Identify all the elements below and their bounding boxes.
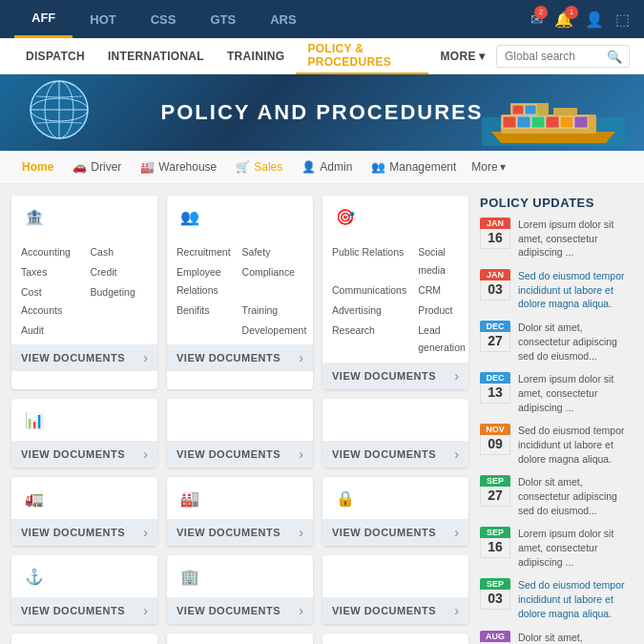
- marketing-arrow-icon: ›: [454, 368, 459, 384]
- mkt-link-advertising[interactable]: Advertising: [332, 301, 406, 320]
- card-warehouse-footer[interactable]: VIEW DOCUMENTS ›: [167, 519, 313, 546]
- search-wrap: 🔍: [496, 45, 630, 68]
- breadcrumb-warehouse[interactable]: 🏭 Warehouse: [133, 158, 224, 176]
- card-security-footer[interactable]: VIEW DOCUMENTS ›: [322, 519, 468, 546]
- finance-link-audit[interactable]: Audit: [21, 322, 79, 340]
- update-text-dec13[interactable]: Lorem ipsum dolor sit amet, consectetur …: [518, 372, 633, 414]
- update-text-sep27[interactable]: Dolor sit amet, consectetur adipiscing s…: [518, 475, 633, 517]
- trucking-plus-icon[interactable]: +: [139, 489, 148, 507]
- pricing-plus-icon[interactable]: +: [295, 411, 303, 428]
- card-hr: 👥 HR − Recruitment Safety Employee Relat…: [167, 196, 313, 389]
- mkt-link-comms[interactable]: Communications: [332, 281, 406, 300]
- finance-link-costaccounts[interactable]: Cost Accounts: [21, 283, 79, 320]
- mkt-link-socialmedia[interactable]: Social media: [418, 243, 466, 280]
- finance-link-cash[interactable]: Cash: [91, 243, 149, 261]
- nav-policy[interactable]: POLICY & PROCEDURES: [296, 38, 428, 74]
- hr-link-training[interactable]: Training: [242, 301, 307, 320]
- card-sales-footer[interactable]: VIEW DOCUMENTS ›: [11, 441, 157, 467]
- nav-training[interactable]: TRAINING: [216, 38, 296, 74]
- pricing-title: Pricing: [211, 412, 256, 427]
- card-finance-header[interactable]: 🏦 Finance −: [11, 196, 157, 238]
- equipment-icon: ⚓: [21, 563, 48, 590]
- hr-link-safety[interactable]: Safety: [242, 243, 307, 261]
- update-day-dec27: 27: [480, 332, 510, 352]
- safety-plus-icon[interactable]: +: [450, 568, 459, 585]
- card-pricing-header[interactable]: 🏷 Pricing +: [167, 399, 313, 441]
- card-invoicing-header[interactable]: 📋 Invoicing +: [167, 634, 313, 644]
- card-legal-footer[interactable]: VIEW DOCUMENTS ›: [322, 441, 468, 467]
- card-safety-header[interactable]: ⛑ Safety +: [322, 555, 468, 597]
- card-pricing-footer[interactable]: VIEW DOCUMENTS ›: [167, 441, 313, 467]
- facilities-plus-icon[interactable]: +: [295, 568, 303, 585]
- legal-plus-icon[interactable]: +: [450, 411, 459, 428]
- hr-link-development[interactable]: Developement: [242, 322, 307, 340]
- card-trucking-footer[interactable]: VIEW DOCUMENTS ›: [11, 519, 157, 546]
- card-documenta-header[interactable]: 📁 Documenta... +: [322, 634, 468, 644]
- user-icon[interactable]: 👤: [585, 10, 604, 29]
- mkt-link-product[interactable]: Product: [418, 301, 466, 320]
- card-marketing-header[interactable]: 🎯 Marketing −: [322, 196, 468, 238]
- breadcrumb-sales[interactable]: 🛒 Sales: [228, 158, 290, 176]
- card-warehouse-header[interactable]: 🏭 Warehouse +: [167, 477, 313, 519]
- top-nav-ars[interactable]: ARS: [253, 0, 313, 38]
- security-plus-icon[interactable]: +: [450, 489, 459, 507]
- mkt-link-research[interactable]: Research: [332, 322, 406, 358]
- mkt-link-pr[interactable]: Public Relations: [332, 243, 406, 280]
- warehouse-plus-icon[interactable]: +: [295, 489, 303, 507]
- card-marketing-footer[interactable]: VIEW DOCUMENTS ›: [322, 363, 468, 389]
- update-text-sep16[interactable]: Lorem ipsum dolor sit amet, consectetur …: [518, 527, 633, 569]
- breadcrumb-management[interactable]: 👥 Management: [364, 158, 464, 176]
- marketing-minus-icon[interactable]: −: [450, 208, 459, 225]
- hr-link-recruitment[interactable]: Recruitment: [177, 243, 231, 261]
- card-facilities-footer[interactable]: VIEW DOCUMENTS ›: [167, 597, 313, 624]
- top-nav-aff[interactable]: AFF: [14, 0, 73, 38]
- card-equipment-header[interactable]: ⚓ Equipment +: [11, 555, 157, 597]
- nav-dispatch[interactable]: DISPATCH: [14, 38, 96, 74]
- breadcrumb-home[interactable]: Home: [14, 158, 61, 176]
- update-text-jan16[interactable]: Lorem ipsum dolor sit amet, consectetur …: [518, 218, 633, 260]
- card-hr-footer[interactable]: VIEW DOCUMENTS ›: [167, 344, 313, 371]
- top-nav-css[interactable]: CSS: [134, 0, 194, 38]
- sales-plus-icon[interactable]: +: [139, 411, 148, 428]
- breadcrumb-more[interactable]: More ▾: [471, 160, 505, 174]
- card-facilities: 🏢 Facilities + VIEW DOCUMENTS ›: [167, 555, 313, 624]
- card-facilities-header[interactable]: 🏢 Facilities +: [167, 555, 313, 597]
- card-trucking-header[interactable]: 🚛 Trucking +: [11, 477, 157, 519]
- breadcrumb-admin[interactable]: 👤 Admin: [294, 158, 360, 176]
- nav-international[interactable]: INTERNATIONAL: [96, 38, 216, 74]
- finance-link-taxes[interactable]: Taxes: [21, 263, 79, 281]
- card-riskmngmt-header[interactable]: 🕐 Risk Mngmt +: [11, 634, 157, 644]
- update-text-nov09[interactable]: Sed do eiusmod tempor incididunt ut labo…: [518, 424, 633, 466]
- equipment-plus-icon[interactable]: +: [139, 568, 148, 585]
- top-nav-hot[interactable]: HOT: [73, 0, 133, 38]
- hr-link-employee[interactable]: Employee Relations: [177, 263, 231, 300]
- finance-link-credit[interactable]: Credit: [91, 263, 149, 281]
- signout-icon[interactable]: ⬚: [615, 10, 630, 29]
- card-safety-footer[interactable]: VIEW DOCUMENTS ›: [322, 597, 468, 624]
- nav-more[interactable]: MORE ▾: [428, 38, 496, 74]
- hr-arrow-icon: ›: [299, 350, 303, 365]
- card-sales-header[interactable]: 📊 Sales +: [11, 399, 157, 441]
- mkt-link-crm[interactable]: CRM: [418, 281, 466, 300]
- hr-minus-icon[interactable]: −: [295, 208, 303, 225]
- hr-link-benifits[interactable]: Benifits: [177, 301, 231, 320]
- finance-minus-icon[interactable]: −: [139, 208, 148, 225]
- bell-icon[interactable]: 🔔 1: [554, 10, 573, 29]
- breadcrumb-driver[interactable]: 🚗 Driver: [65, 158, 129, 176]
- hr-link-compliance[interactable]: Compliance: [242, 263, 307, 300]
- update-text-jan03[interactable]: Sed do eiusmod tempor incididunt ut labo…: [518, 269, 633, 311]
- update-text-aug27[interactable]: Dolor sit amet, consectetur adipiscing s…: [518, 631, 633, 645]
- mkt-link-leadgen[interactable]: Lead generation: [418, 322, 466, 358]
- card-legal-header[interactable]: ⚖ Legal +: [322, 399, 468, 441]
- card-hr-header[interactable]: 👥 HR −: [167, 196, 313, 238]
- finance-link-budgeting[interactable]: Budgeting: [91, 283, 149, 320]
- update-text-dec27[interactable]: Dolor sit amet, consectetur adipiscing s…: [518, 321, 633, 363]
- envelope-icon[interactable]: ✉ 2: [530, 10, 543, 29]
- card-equipment-footer[interactable]: VIEW DOCUMENTS ›: [11, 597, 157, 624]
- finance-link-accounting[interactable]: Accounting: [21, 243, 79, 261]
- card-finance-footer[interactable]: VIEW DOCUMENTS ›: [11, 344, 157, 371]
- card-security-header[interactable]: 🔒 Security +: [322, 477, 468, 519]
- top-nav-gts[interactable]: GTS: [193, 0, 253, 38]
- facilities-icon: 🏢: [177, 563, 203, 590]
- update-text-sep03[interactable]: Sed do eiusmod tempor incididunt ut labo…: [518, 578, 633, 620]
